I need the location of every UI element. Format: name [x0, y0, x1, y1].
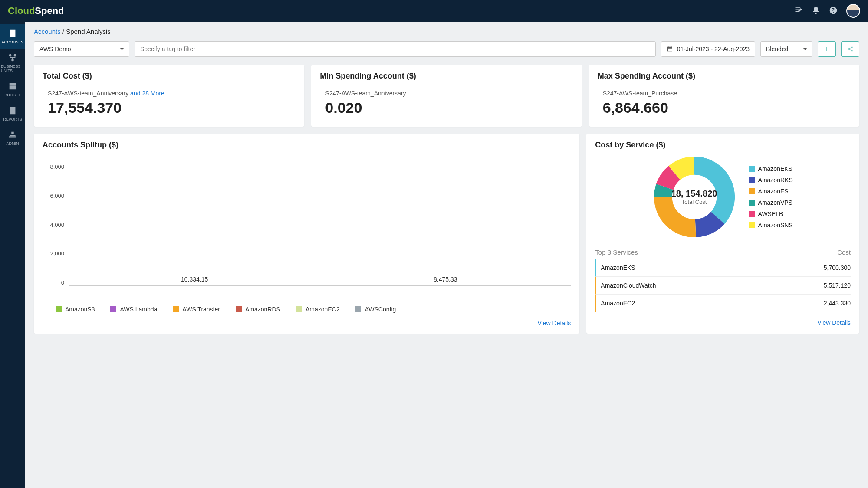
cost-by-service-panel: Cost by Service ($) 18, 154.820 Total Co… [586, 134, 859, 334]
accounts-splitup-panel: Accounts Splitup ($) 8,0006,0004,0002,00… [34, 134, 579, 334]
kpi-value: 6,864.660 [598, 99, 851, 116]
chart-bars: 10,334.158,475.33 [69, 164, 571, 285]
bar-total-label: 8,475.33 [402, 276, 489, 283]
donut-legend: AmazonEKSAmazonRKSAmazonESAmazonVPSAWSEL… [749, 165, 793, 229]
sidenav-label: BUDGET [4, 93, 21, 97]
legend-item[interactable]: AWS Lambda [110, 306, 157, 313]
panel-title: Accounts Splitup ($) [43, 141, 571, 150]
sidenav-label: REPORTS [3, 117, 22, 121]
chart-legend: AmazonS3AWS LambdaAWS TransferAmazonRDSA… [43, 306, 571, 313]
sidenav-label: BUSINESS UNITS [1, 64, 24, 73]
kpi-value: 0.020 [320, 99, 573, 116]
svg-point-3 [848, 48, 849, 49]
legend-item[interactable]: AmazonEKS [749, 165, 793, 172]
help-icon[interactable] [829, 6, 838, 16]
kpi-max-spending: Max Spending Account ($) S247-AWS-team_P… [589, 65, 859, 127]
breadcrumb: Accounts / Spend Analysis [34, 28, 859, 35]
sidenav-item-business-units[interactable]: BUSINESS UNITS [0, 49, 25, 77]
sidenav: ACCOUNTS BUSINESS UNITS BUDGET REPORTS A… [0, 22, 25, 488]
breadcrumb-sep: / [61, 28, 66, 35]
breadcrumb-leaf: Spend Analysis [66, 28, 111, 35]
top-service-row: AmazonEC22,443.330 [595, 295, 851, 312]
donut-chart: 18, 154.820 Total Cost [653, 156, 736, 238]
kpi-min-spending: Min Spending Account ($) S247-AWS-team_A… [311, 65, 582, 127]
legend-item[interactable]: AmazonSNS [749, 222, 793, 229]
top-service-row: AmazonCloudWatch5,517.120 [595, 277, 851, 295]
top3-header: Top 3 Services Cost [595, 246, 851, 259]
reports-icon [8, 106, 17, 115]
plus-icon [823, 46, 830, 52]
svg-point-2 [11, 59, 14, 62]
legend-item[interactable]: AmazonES [749, 188, 793, 195]
view-details-link[interactable]: View Details [538, 320, 571, 327]
legend-item[interactable]: AWSELB [749, 210, 793, 217]
topbar-actions [794, 4, 860, 18]
legend-item[interactable]: AmazonS3 [56, 306, 95, 313]
accounts-icon [8, 29, 17, 38]
kpi-title: Max Spending Account ($) [598, 72, 851, 85]
legend-item[interactable]: AmazonRKS [749, 177, 793, 183]
donut-center-label: Total Cost [682, 199, 707, 205]
cost-type-value: Blended [766, 46, 788, 52]
account-select[interactable]: AWS Demo [34, 41, 129, 57]
panel-title: Cost by Service ($) [595, 141, 851, 150]
sidenav-item-admin[interactable]: ADMIN [0, 126, 25, 150]
share-icon [847, 46, 854, 52]
kpi-more-link[interactable]: and 28 More [130, 90, 164, 97]
add-button[interactable] [818, 41, 836, 57]
kpi-sub: S247-AWS-team_Anniversary [320, 90, 573, 97]
filter-bar: AWS Demo 01-Jul-2023 - 22-Aug-2023 Blend… [34, 41, 859, 57]
top3-list: AmazonEKS5,700.300AmazonCloudWatch5,517.… [595, 259, 851, 312]
legend-item[interactable]: AmazonEC2 [296, 306, 340, 313]
chart-yaxis: 8,0006,0004,0002,0000 [43, 156, 69, 299]
splitup-chart: 8,0006,0004,0002,0000 10,334.158,475.33 [43, 156, 571, 299]
avatar[interactable] [846, 4, 860, 18]
legend-item[interactable]: AWS Transfer [173, 306, 220, 313]
cost-type-select[interactable]: Blended [760, 41, 812, 57]
kpi-sub: S247-AWS-team_Anniversary and 28 More [43, 90, 296, 97]
share-button[interactable] [841, 41, 859, 57]
svg-point-1 [14, 54, 16, 57]
topbar: CloudSpend [0, 0, 868, 22]
kpi-value: 17,554.370 [43, 99, 296, 116]
donut-center-value: 18, 154.820 [671, 189, 717, 199]
date-range-picker[interactable]: 01-Jul-2023 - 22-Aug-2023 [661, 41, 755, 57]
tag-filter-input[interactable] [135, 41, 656, 57]
chevron-down-icon [803, 48, 807, 50]
bar-total-label: 10,334.15 [151, 276, 238, 283]
chevron-down-icon [120, 48, 124, 50]
admin-icon [8, 130, 17, 140]
sidenav-item-accounts[interactable]: ACCOUNTS [0, 24, 25, 49]
svg-point-5 [851, 50, 852, 51]
kpi-title: Min Spending Account ($) [320, 72, 573, 85]
brand-part2: Spend [35, 5, 64, 16]
budget-icon [8, 82, 17, 91]
svg-point-0 [9, 54, 12, 57]
main: Accounts / Spend Analysis AWS Demo 01-Ju… [25, 22, 868, 488]
kpi-total-cost: Total Cost ($) S247-AWS-team_Anniversary… [34, 65, 304, 127]
bell-icon[interactable] [812, 6, 820, 16]
sidenav-label: ACCOUNTS [2, 40, 24, 44]
sidenav-label: ADMIN [7, 141, 19, 146]
brand-part1: Cloud [8, 5, 35, 16]
sidenav-item-budget[interactable]: BUDGET [0, 77, 25, 102]
sidenav-item-reports[interactable]: REPORTS [0, 102, 25, 126]
legend-item[interactable]: AmazonVPS [749, 199, 793, 206]
tasks-icon[interactable] [794, 6, 803, 16]
kpi-title: Total Cost ($) [43, 72, 296, 85]
kpi-sub: S247-AWS-team_Purchase [598, 90, 851, 97]
calendar-icon [667, 46, 674, 52]
top-service-row: AmazonEKS5,700.300 [595, 259, 851, 277]
view-details-link[interactable]: View Details [817, 319, 851, 326]
date-range-value: 01-Jul-2023 - 22-Aug-2023 [677, 46, 750, 52]
business-units-icon [8, 53, 17, 62]
legend-item[interactable]: AmazonRDS [236, 306, 280, 313]
legend-item[interactable]: AWSConfig [355, 306, 396, 313]
brand-logo: CloudSpend [8, 5, 64, 16]
breadcrumb-root[interactable]: Accounts [34, 28, 61, 35]
account-select-value: AWS Demo [39, 46, 71, 52]
svg-point-4 [851, 46, 852, 48]
